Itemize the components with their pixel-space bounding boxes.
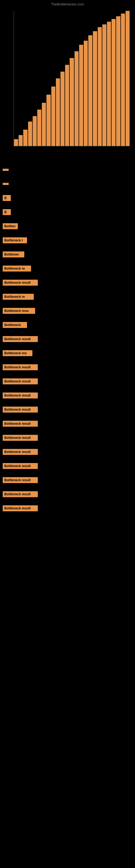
result-item-21: Bottleneck result [0,445,135,459]
result-item-19: Bottleneck result [0,416,135,431]
bar-4 [28,122,32,146]
result-item-25: Bottleneck result [0,501,135,516]
result-item-14: Bottleneck res [0,346,135,360]
result-label-8: Bottleneck re [3,266,31,272]
bar-11 [60,72,64,146]
bar-12 [65,65,69,146]
result-item-12: Bottleneck [0,318,135,332]
bar-18 [93,31,97,146]
bar-13 [70,58,74,146]
bar-21 [107,22,111,146]
result-item-7: Bottlenec [0,247,135,261]
result-label-24: Bottleneck result [3,491,38,497]
bar-25 [126,11,130,146]
result-label-12: Bottleneck [3,322,27,328]
bar-24 [121,13,125,146]
bar-6 [37,110,41,146]
bar-17 [88,35,92,146]
result-item-1 [0,163,135,177]
x-axis [13,146,130,147]
bar-1 [14,139,18,146]
result-item-5: Bottlen [0,219,135,233]
result-item-9: Bottleneck result [0,276,135,290]
result-label-21: Bottleneck result [3,449,38,455]
result-label-15: Bottleneck result [3,364,38,370]
result-item-8: Bottleneck re [0,261,135,276]
result-item-2 [0,177,135,191]
result-label-3: B [3,195,11,201]
bar-7 [42,103,46,146]
result-item-16: Bottleneck result [0,374,135,389]
result-item-13: Bottleneck result [0,332,135,346]
result-item-3: B [0,191,135,205]
result-item-15: Bottleneck result [0,360,135,374]
result-label-13: Bottleneck result [3,336,38,342]
result-label-7: Bottlenec [3,251,24,257]
bar-5 [33,116,37,146]
bar-22 [111,19,116,146]
result-item-11: Bottleneck resu [0,304,135,318]
bar-2 [18,135,23,146]
result-item-17: Bottleneck result [0,389,135,403]
result-item-10: Bottleneck re [0,290,135,304]
result-label-16: Bottleneck result [3,378,38,384]
chart-bars [14,11,130,146]
bar-15 [79,45,83,146]
result-label-5: Bottlen [3,223,18,229]
result-label-10: Bottleneck re [3,294,34,300]
result-item-22: Bottleneck result [0,459,135,473]
result-label-20: Bottleneck result [3,435,38,441]
result-item-20: Bottleneck result [0,431,135,445]
chart-area [5,8,130,157]
bar-9 [51,87,55,146]
result-label-4: B [3,209,11,215]
result-label-11: Bottleneck resu [3,308,35,314]
result-label-23: Bottleneck result [3,477,38,483]
result-label-18: Bottleneck result [3,407,38,412]
result-item-4: B [0,205,135,219]
result-label-19: Bottleneck result [3,421,38,427]
result-item-18: Bottleneck result [0,403,135,416]
bar-8 [46,95,50,146]
bar-3 [23,130,27,146]
results-section: BBBottlenBottleneck rBottlenecBottleneck… [0,163,135,516]
result-item-24: Bottleneck result [0,487,135,501]
bar-10 [56,79,60,146]
result-label-1 [3,169,9,171]
result-label-2 [3,183,9,185]
site-title: TheBottlenecker.com [51,2,84,6]
result-label-25: Bottleneck result [3,505,38,511]
result-label-22: Bottleneck result [3,463,38,469]
bar-19 [98,27,102,146]
result-label-6: Bottleneck r [3,237,27,243]
result-label-17: Bottleneck result [3,393,38,399]
result-item-23: Bottleneck result [0,473,135,487]
bar-16 [84,41,88,146]
bar-20 [102,24,106,146]
bar-14 [75,51,79,146]
result-item-6: Bottleneck r [0,233,135,247]
bar-23 [116,16,120,146]
result-label-9: Bottleneck result [3,280,38,286]
result-label-14: Bottleneck res [3,350,32,356]
